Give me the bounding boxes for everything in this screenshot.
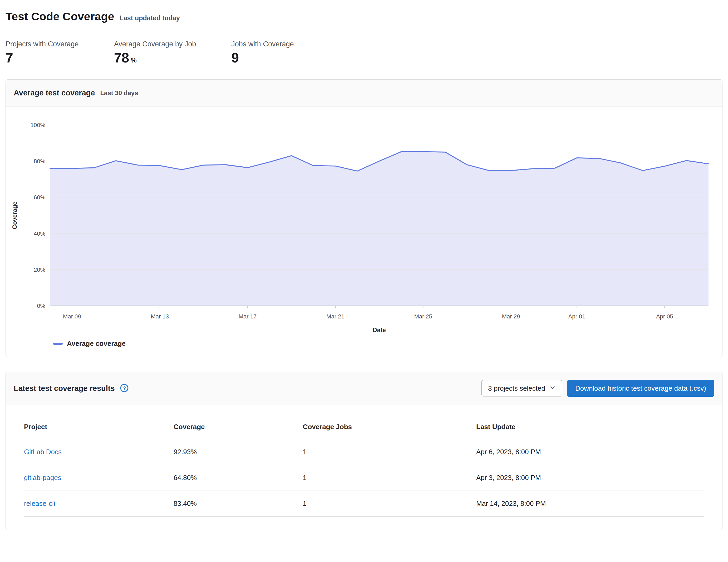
coverage-cell: 64.80% xyxy=(174,465,303,491)
stat-label: Jobs with Coverage xyxy=(231,40,294,48)
coverage-jobs-cell: 1 xyxy=(303,439,476,465)
column-header-coverage-jobs: Coverage Jobs xyxy=(303,415,476,439)
average-coverage-card: Average test coverage Last 30 days 0%20%… xyxy=(6,79,722,357)
results-table-container: Project Coverage Coverage Jobs Last Upda… xyxy=(6,405,722,530)
svg-text:?: ? xyxy=(123,385,126,391)
chart-legend-item[interactable]: Average coverage xyxy=(53,340,720,348)
coverage-cell: 83.40% xyxy=(174,491,303,517)
last-updated-text: Last updated today xyxy=(120,14,180,22)
question-circle-icon: ? xyxy=(120,384,129,393)
svg-text:Mar 21: Mar 21 xyxy=(326,313,344,320)
stat-value-row: 9 xyxy=(231,51,294,65)
summary-stats: Projects with Coverage 7 Average Coverag… xyxy=(6,40,722,65)
stat-value: 7 xyxy=(6,51,13,65)
svg-text:40%: 40% xyxy=(34,230,45,237)
stat-value-row: 7 xyxy=(6,51,79,65)
table-row: release-cli 83.40% 1 Mar 14, 2023, 8:00 … xyxy=(24,491,704,517)
stat-suffix: % xyxy=(131,56,136,64)
coverage-jobs-cell: 1 xyxy=(303,491,476,517)
results-header-right: 3 projects selected Download historic te… xyxy=(481,380,714,397)
svg-text:Mar 09: Mar 09 xyxy=(63,313,81,320)
coverage-jobs-cell: 1 xyxy=(303,465,476,491)
last-update-cell: Apr 3, 2023, 8:00 PM xyxy=(476,465,704,491)
chart-card-title: Average test coverage xyxy=(14,89,95,97)
project-link[interactable]: GitLab Docs xyxy=(24,448,62,456)
svg-text:Coverage: Coverage xyxy=(11,202,18,229)
svg-text:80%: 80% xyxy=(34,158,45,165)
results-header-left: Latest test coverage results ? xyxy=(14,383,130,394)
column-header-last-update: Last Update xyxy=(476,415,704,439)
stat-projects-with-coverage: Projects with Coverage 7 xyxy=(6,40,79,65)
table-row: GitLab Docs 92.93% 1 Apr 6, 2023, 8:00 P… xyxy=(24,439,704,465)
projects-select-label: 3 projects selected xyxy=(488,384,545,393)
svg-text:Mar 13: Mar 13 xyxy=(151,313,169,320)
svg-text:60%: 60% xyxy=(34,194,45,201)
coverage-results-table: Project Coverage Coverage Jobs Last Upda… xyxy=(24,415,704,517)
column-header-project: Project xyxy=(24,415,174,439)
project-cell: gitlab-pages xyxy=(24,465,174,491)
svg-text:Mar 25: Mar 25 xyxy=(414,313,432,320)
svg-text:100%: 100% xyxy=(31,122,45,128)
project-cell: release-cli xyxy=(24,491,174,517)
test-code-coverage-page: Test Code Coverage Last updated today Pr… xyxy=(0,0,728,530)
svg-text:0%: 0% xyxy=(37,303,45,309)
table-row: gitlab-pages 64.80% 1 Apr 3, 2023, 8:00 … xyxy=(24,465,704,491)
chart-card-body: 0%20%40%60%80%100%Mar 09Mar 13Mar 17Mar … xyxy=(6,106,722,357)
stat-average-coverage-by-job: Average Coverage by Job 78 % xyxy=(114,40,196,65)
coverage-cell: 92.93% xyxy=(174,439,303,465)
page-title: Test Code Coverage xyxy=(6,10,114,23)
stat-label: Projects with Coverage xyxy=(6,40,79,48)
page-header: Test Code Coverage Last updated today xyxy=(6,10,722,23)
svg-text:Apr 05: Apr 05 xyxy=(656,313,673,320)
average-coverage-chart: 0%20%40%60%80%100%Mar 09Mar 13Mar 17Mar … xyxy=(8,114,720,340)
svg-text:20%: 20% xyxy=(34,266,45,273)
stat-value: 78 xyxy=(114,51,129,65)
legend-label: Average coverage xyxy=(67,340,126,348)
column-header-coverage: Coverage xyxy=(174,415,303,439)
help-button[interactable]: ? xyxy=(119,383,130,394)
svg-text:Date: Date xyxy=(373,327,386,334)
chart-card-subtitle: Last 30 days xyxy=(100,89,138,97)
results-card-header: Latest test coverage results ? 3 project… xyxy=(6,372,722,405)
stat-label: Average Coverage by Job xyxy=(114,40,196,48)
last-update-cell: Apr 6, 2023, 8:00 PM xyxy=(476,439,704,465)
results-card-title: Latest test coverage results xyxy=(14,384,115,393)
latest-results-card: Latest test coverage results ? 3 project… xyxy=(6,372,722,530)
project-link[interactable]: gitlab-pages xyxy=(24,474,61,482)
svg-text:Apr 01: Apr 01 xyxy=(568,313,586,320)
chevron-down-icon xyxy=(549,384,556,393)
project-link[interactable]: release-cli xyxy=(24,500,55,507)
project-cell: GitLab Docs xyxy=(24,439,174,465)
projects-select-dropdown[interactable]: 3 projects selected xyxy=(481,380,562,397)
download-csv-button[interactable]: Download historic test coverage data (.c… xyxy=(567,380,714,397)
table-header-row: Project Coverage Coverage Jobs Last Upda… xyxy=(24,415,704,439)
last-update-cell: Mar 14, 2023, 8:00 PM xyxy=(476,491,704,517)
svg-text:Mar 17: Mar 17 xyxy=(239,313,257,320)
stat-value: 9 xyxy=(231,51,239,65)
stat-jobs-with-coverage: Jobs with Coverage 9 xyxy=(231,40,294,65)
chart-card-header: Average test coverage Last 30 days xyxy=(6,80,722,106)
stat-value-row: 78 % xyxy=(114,51,196,65)
svg-text:Mar 29: Mar 29 xyxy=(502,313,520,320)
legend-line-swatch xyxy=(53,343,63,345)
